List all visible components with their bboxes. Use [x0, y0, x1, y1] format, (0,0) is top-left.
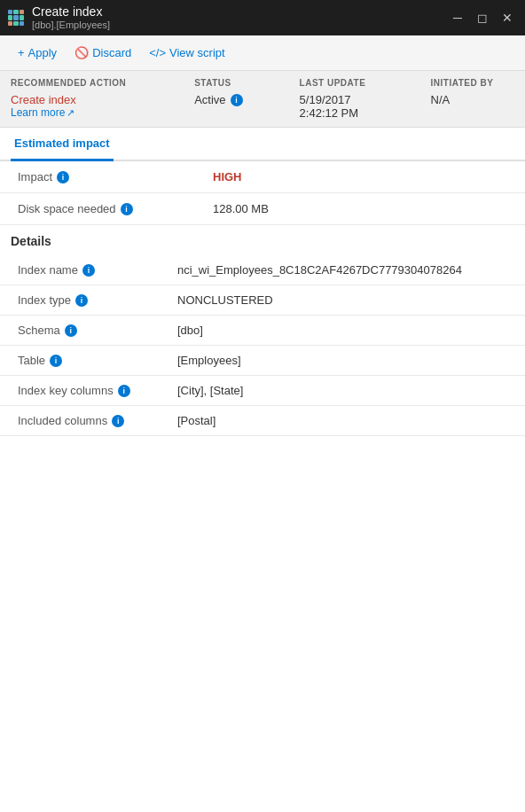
- details-info-icon-1[interactable]: i: [75, 294, 88, 307]
- discard-button[interactable]: 🚫 Discard: [66, 43, 140, 63]
- app-icon: [7, 9, 25, 27]
- window-title: Create index: [32, 4, 110, 20]
- initiated-by-cell: N/A: [420, 91, 525, 128]
- tab-estimated-impact[interactable]: Estimated impact: [11, 128, 114, 161]
- details-row-2: Schema i [dbo]: [0, 316, 525, 346]
- last-update-cell: 5/19/2017 2:42:12 PM: [289, 91, 420, 128]
- create-index-link[interactable]: Create index: [11, 93, 76, 106]
- col-header-recommended: RECOMMENDED ACTION: [0, 71, 184, 91]
- close-button[interactable]: ✕: [497, 7, 518, 28]
- details-row-5: Included columns i [Postal]: [0, 406, 525, 436]
- status-cell: Active i: [184, 91, 288, 128]
- details-label-4: Index key columns i: [18, 384, 177, 397]
- window-subtitle: [dbo].[Employees]: [32, 20, 110, 31]
- details-value-2: [dbo]: [177, 324, 507, 337]
- disk-space-row: Disk space needed i 128.00 MB: [0, 193, 525, 225]
- details-rows: Index name i nci_wi_Employees_8C18C2AF42…: [0, 255, 525, 436]
- discard-label: Discard: [92, 46, 131, 59]
- code-icon: </>: [149, 46, 166, 59]
- details-value-3: [Employees]: [177, 354, 507, 367]
- main-content: RECOMMENDED ACTION STATUS LAST UPDATE IN…: [0, 71, 525, 436]
- last-update-time: 2:42:12 PM: [300, 106, 410, 120]
- title-bar: Create index [dbo].[Employees] ─ ◻ ✕: [0, 0, 525, 35]
- details-label-1: Index type i: [18, 293, 177, 307]
- disk-space-value: 128.00 MB: [213, 202, 507, 215]
- impact-value: HIGH: [213, 170, 507, 183]
- apply-label: Apply: [28, 46, 58, 59]
- details-info-icon-4[interactable]: i: [118, 385, 130, 397]
- title-bar-left: Create index [dbo].[Employees]: [7, 4, 110, 31]
- last-update-date: 5/19/2017: [300, 93, 410, 106]
- view-script-label: View script: [169, 46, 225, 59]
- disk-space-label: Disk space needed i: [18, 202, 213, 215]
- details-value-0: nci_wi_Employees_8C18C2AF4267DC777930407…: [177, 263, 507, 277]
- col-header-status: STATUS: [184, 71, 288, 91]
- external-link-icon: ↗: [67, 107, 74, 119]
- details-label-5: Included columns i: [18, 414, 177, 427]
- ban-icon: 🚫: [74, 46, 89, 59]
- details-label-3: Table i: [18, 354, 177, 367]
- title-controls: ─ ◻ ✕: [447, 7, 518, 28]
- details-info-icon-5[interactable]: i: [112, 415, 124, 427]
- recommended-action-cell: Create index Learn more ↗: [0, 91, 184, 128]
- impact-row: Impact i HIGH: [0, 161, 525, 193]
- details-row-0: Index name i nci_wi_Employees_8C18C2AF42…: [0, 255, 525, 285]
- details-info-icon-3[interactable]: i: [50, 355, 62, 367]
- details-value-1: NONCLUSTERED: [177, 293, 507, 307]
- learn-more-link[interactable]: Learn more ↗: [11, 106, 173, 119]
- apply-button[interactable]: + Apply: [9, 43, 66, 63]
- col-header-initiated: INITIATED BY: [420, 71, 525, 91]
- toolbar: + Apply 🚫 Discard </> View script: [0, 35, 525, 71]
- details-value-5: [Postal]: [177, 414, 507, 427]
- plus-icon: +: [18, 46, 25, 59]
- tab-bar: Estimated impact: [0, 128, 525, 161]
- impact-label: Impact i: [18, 170, 213, 183]
- col-header-lastupdate: LAST UPDATE: [289, 71, 420, 91]
- details-row-3: Table i [Employees]: [0, 346, 525, 376]
- details-info-icon-0[interactable]: i: [82, 264, 95, 277]
- details-label-2: Schema i: [18, 324, 177, 337]
- minimize-button[interactable]: ─: [447, 7, 468, 28]
- status-text: Active: [194, 93, 225, 106]
- disk-space-info-icon[interactable]: i: [121, 203, 133, 215]
- details-label-0: Index name i: [18, 263, 177, 277]
- details-row-1: Index type i NONCLUSTERED: [0, 285, 525, 316]
- learn-more-text: Learn more: [11, 106, 65, 119]
- maximize-button[interactable]: ◻: [472, 7, 493, 28]
- details-section-title: Details: [0, 225, 525, 255]
- details-value-4: [City], [State]: [177, 384, 507, 397]
- details-info-icon-2[interactable]: i: [65, 324, 77, 337]
- status-info-icon[interactable]: i: [231, 94, 243, 106]
- header-table: RECOMMENDED ACTION STATUS LAST UPDATE IN…: [0, 71, 525, 128]
- impact-info-icon[interactable]: i: [57, 171, 69, 183]
- title-text-group: Create index [dbo].[Employees]: [32, 4, 110, 31]
- details-row-4: Index key columns i [City], [State]: [0, 376, 525, 406]
- view-script-button[interactable]: </> View script: [140, 43, 233, 63]
